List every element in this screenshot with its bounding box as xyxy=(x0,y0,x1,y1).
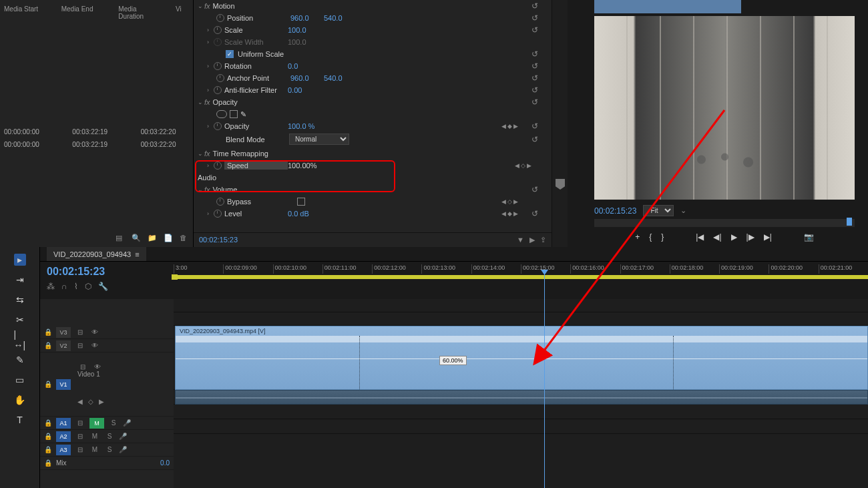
next-key-icon[interactable]: ▶ xyxy=(527,162,531,169)
source-patch-icon[interactable]: ⊟ xyxy=(75,328,85,336)
track-header-a2[interactable]: 🔒 A2 ⊟ M S 🎤 xyxy=(40,430,174,443)
time-ruler[interactable]: 3:00 00:02:09:00 00:02:10:00 00:02:11:00… xyxy=(174,264,868,274)
track-header-a1[interactable]: 🔒 A1 ⊟ M S 🎤 xyxy=(40,417,174,430)
track-header-mix[interactable]: 🔒 Mix 0.0 xyxy=(40,457,174,470)
add-key-icon[interactable]: ◆ xyxy=(507,123,512,130)
rectangle-tool[interactable]: ▭ xyxy=(14,374,26,386)
track-header-v3[interactable]: 🔒 V3 ⊟ 👁 xyxy=(40,326,174,339)
lock-icon[interactable]: 🔒 xyxy=(44,342,52,349)
project-row[interactable]: 00:00:00:00 00:03:22:19 00:03:22:20 xyxy=(0,138,193,151)
lock-icon[interactable]: 🔒 xyxy=(44,446,52,453)
stopwatch-icon[interactable] xyxy=(214,26,222,34)
twirl-icon[interactable]: ⌄ xyxy=(198,3,204,9)
add-key-icon[interactable]: ◇ xyxy=(88,398,93,405)
solo-button[interactable]: S xyxy=(108,419,119,427)
next-key-icon[interactable]: ▶ xyxy=(99,398,104,405)
eye-icon[interactable]: 👁 xyxy=(89,328,100,336)
ellipse-mask-icon[interactable] xyxy=(216,110,227,118)
source-patch-icon[interactable]: ⊟ xyxy=(75,342,85,349)
effects-timeline-gutter[interactable] xyxy=(552,0,568,247)
twirl-icon[interactable]: › xyxy=(207,63,214,69)
reset-icon[interactable]: ↺ xyxy=(531,49,538,59)
keyframe-marker-icon[interactable] xyxy=(556,179,565,190)
col-media-end[interactable]: Media End xyxy=(61,5,99,20)
pen-tool[interactable]: ✎ xyxy=(14,354,26,366)
mark-in-button[interactable]: { xyxy=(649,232,652,242)
timeline-content[interactable]: VID_20220903_094943.mp4 [V] 60.00% xyxy=(174,299,868,488)
prev-key-icon[interactable]: ◀ xyxy=(77,398,83,405)
eye-icon[interactable]: 👁 xyxy=(92,363,103,371)
rect-mask-icon[interactable] xyxy=(230,110,238,118)
search-icon[interactable]: 🔍 xyxy=(132,234,141,243)
twirl-icon[interactable]: ⌄ xyxy=(198,186,204,193)
marker-icon[interactable]: ⬡ xyxy=(85,282,91,291)
speed-value[interactable]: 100.00% xyxy=(288,162,316,170)
fx-opacity-header[interactable]: ⌄ fx Opacity ↺ xyxy=(194,96,552,108)
lock-icon[interactable]: 🔒 xyxy=(44,419,52,427)
source-patch-icon[interactable]: ⊟ xyxy=(77,363,88,371)
tab-menu-icon[interactable]: ≡ xyxy=(135,250,139,258)
stopwatch-icon[interactable] xyxy=(214,162,222,170)
stopwatch-icon[interactable] xyxy=(214,86,222,94)
settings-icon[interactable]: 🔧 xyxy=(98,282,108,291)
playhead-icon[interactable] xyxy=(847,218,852,226)
col-media-duration[interactable]: Media Duration xyxy=(118,5,156,20)
step-back-icon[interactable]: ◀| xyxy=(713,232,721,242)
list-view-icon[interactable]: ▤ xyxy=(116,234,125,243)
pen-mask-icon[interactable]: ✎ xyxy=(240,110,246,119)
checkbox-icon[interactable]: ✓ xyxy=(226,50,234,58)
reset-icon[interactable]: ↺ xyxy=(531,185,538,194)
reset-icon[interactable]: ↺ xyxy=(531,85,538,95)
selection-tool[interactable]: ▸ xyxy=(14,254,26,266)
new-item-icon[interactable]: 📄 xyxy=(164,234,173,243)
ripple-edit-tool[interactable]: ⇆ xyxy=(14,294,26,306)
twirl-icon[interactable]: ⌄ xyxy=(198,99,204,105)
mute-button[interactable]: M xyxy=(89,446,100,453)
twirl-icon[interactable]: › xyxy=(207,87,214,93)
chevron-down-icon[interactable]: ⌄ xyxy=(680,206,686,215)
track-select-tool[interactable]: ⇥ xyxy=(14,274,26,286)
mark-out-button[interactable]: } xyxy=(661,232,664,242)
source-patch-icon[interactable]: ⊟ xyxy=(75,419,85,427)
eye-icon[interactable]: 👁 xyxy=(89,342,100,349)
go-to-in-icon[interactable]: |◀ xyxy=(696,232,704,242)
reset-icon[interactable]: ↺ xyxy=(531,13,538,23)
export-frame-icon[interactable]: 📷 xyxy=(804,232,814,242)
new-bin-icon[interactable]: 📁 xyxy=(148,234,157,243)
solo-button[interactable]: S xyxy=(104,446,115,453)
reset-icon[interactable]: ↺ xyxy=(531,61,538,71)
work-area-bar[interactable] xyxy=(174,275,868,279)
fx-motion-header[interactable]: ⌄ fx Motion ↺ xyxy=(194,0,552,12)
program-viewport[interactable] xyxy=(594,16,855,200)
reset-icon[interactable]: ↺ xyxy=(531,97,538,107)
stopwatch-icon[interactable] xyxy=(214,210,222,218)
source-patch-icon[interactable]: ⊟ xyxy=(75,433,85,440)
video-clip[interactable]: VID_20220903_094943.mp4 [V] 60.00% xyxy=(175,326,868,390)
col-media-start[interactable]: Media Start xyxy=(4,5,41,20)
add-key-icon[interactable]: ◇ xyxy=(521,162,525,169)
play-only-icon[interactable]: ▶ xyxy=(529,236,535,244)
col-vi[interactable]: Vi xyxy=(176,5,189,20)
stopwatch-icon[interactable] xyxy=(214,62,222,70)
type-tool[interactable]: T xyxy=(14,414,26,426)
program-scrubber[interactable] xyxy=(594,219,855,227)
snap-icon[interactable]: ⁂ xyxy=(47,282,55,291)
playhead-line[interactable] xyxy=(544,273,545,488)
reset-icon[interactable]: ↺ xyxy=(531,73,538,83)
go-to-out-icon[interactable]: ▶| xyxy=(764,232,772,242)
lock-icon[interactable]: 🔒 xyxy=(44,459,52,467)
track-header-v1[interactable]: 🔒 V1 ⊟ 👁 Video 1 ◀ ◇ ▶ xyxy=(40,352,174,417)
stopwatch-icon[interactable] xyxy=(216,198,224,206)
blend-mode-select[interactable]: Normal xyxy=(289,134,349,145)
speed-keyframe[interactable] xyxy=(673,336,674,391)
effects-timecode[interactable]: 00:02:15:23 xyxy=(199,236,238,244)
track-header-v2[interactable]: 🔒 V2 ⊟ 👁 xyxy=(40,339,174,352)
lock-icon[interactable]: 🔒 xyxy=(44,433,52,440)
mark-in-icon[interactable]: + xyxy=(635,232,640,242)
prev-key-icon[interactable]: ◀ xyxy=(515,162,519,169)
linked-selection-icon[interactable]: ⌇ xyxy=(74,282,78,291)
source-patch-icon[interactable]: ⊟ xyxy=(75,446,85,453)
step-forward-icon[interactable]: |▶ xyxy=(746,232,754,242)
stopwatch-icon[interactable] xyxy=(214,122,222,130)
slip-tool[interactable]: |↔| xyxy=(14,334,26,346)
